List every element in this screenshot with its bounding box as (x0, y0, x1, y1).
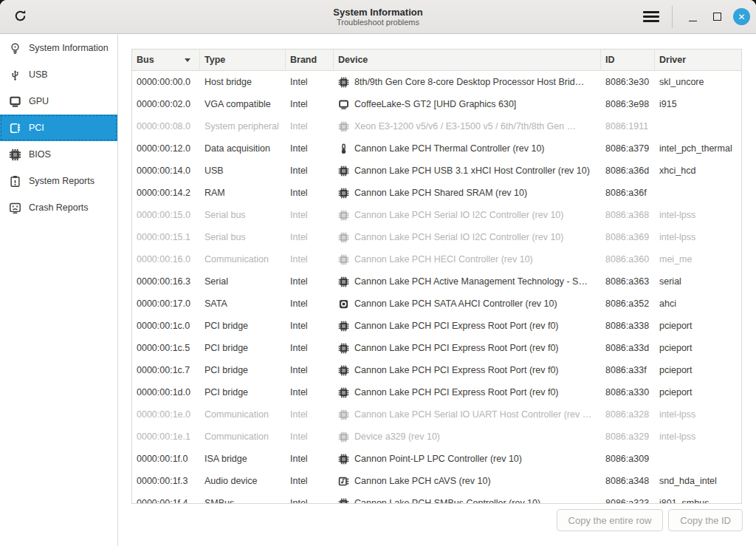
cell-driver: mei_me (655, 254, 741, 265)
table-row[interactable]: 0000:00:15.1Serial busIntelCannon Lake P… (132, 226, 741, 248)
cell-driver: ahci (655, 298, 741, 309)
cell-brand: Intel (286, 77, 334, 87)
cell-bus: 0000:00:1f.4 (132, 498, 200, 504)
column-header-bus[interactable]: Bus (132, 50, 200, 70)
table-row[interactable]: 0000:00:1e.0CommunicationIntelCannon Lak… (132, 403, 741, 426)
clipboard-alert-icon (9, 175, 21, 188)
cell-id: 8086:a323 (601, 498, 655, 504)
table-row[interactable]: 0000:00:1c.7PCI bridgeIntelCannon Lake P… (132, 359, 741, 381)
table-row[interactable]: 0000:00:02.0VGA compatibleIntelCoffeeLak… (132, 93, 741, 115)
app-window: System Information Troubleshoot problems… (0, 0, 756, 546)
close-icon: ✕ (738, 12, 745, 21)
cell-driver: intel-lpss (655, 431, 741, 442)
cell-brand: Intel (286, 143, 334, 154)
device-name: Cannon Lake PCH SATA AHCI Controller (re… (354, 298, 557, 309)
cell-brand: Intel (286, 387, 334, 397)
chip-icon (338, 254, 349, 265)
sidebar-item-label: USB (29, 69, 48, 80)
cell-brand: Intel (286, 165, 334, 176)
table-row[interactable]: 0000:00:12.0Data acquisitionIntelCannon … (132, 137, 741, 160)
cell-id: 8086:a329 (601, 431, 655, 442)
cell-id: 8086:a379 (601, 143, 655, 154)
table-row[interactable]: 0000:00:1c.0PCI bridgeIntelCannon Lake P… (132, 315, 741, 337)
table-row[interactable]: 0000:00:1c.5PCI bridgeIntelCannon Lake P… (132, 337, 741, 359)
table-row[interactable]: 0000:00:14.2RAMIntelCannon Lake PCH Shar… (132, 182, 741, 204)
cell-device: Cannon Lake PCH SMBus Controller (rev 10… (334, 498, 601, 505)
cell-bus: 0000:00:12.0 (132, 143, 200, 154)
sidebar: System InformationUSBGPUPCIBIOSSystem Re… (0, 34, 118, 546)
table-row[interactable]: 0000:00:15.0Serial busIntelCannon Lake P… (132, 204, 741, 226)
column-header-type[interactable]: Type (200, 50, 286, 70)
column-header-brand[interactable]: Brand (286, 50, 334, 70)
cell-device: Cannon Lake PCH PCI Express Root Port (r… (334, 343, 601, 354)
sidebar-item-pci[interactable]: PCI (0, 115, 117, 141)
cell-brand: Intel (286, 431, 334, 442)
cell-id: 8086:1911 (601, 121, 655, 132)
close-button[interactable]: ✕ (733, 8, 750, 25)
device-name: Cannon Lake PCH SMBus Controller (rev 10… (354, 498, 540, 504)
cell-type: VGA compatible (200, 99, 286, 109)
column-header-label: Brand (290, 55, 317, 65)
cell-type: RAM (200, 188, 286, 198)
column-header-label: Driver (659, 55, 686, 65)
cell-brand: Intel (286, 454, 334, 464)
maximize-icon (713, 13, 721, 21)
device-name: Cannon Lake PCH Serial IO I2C Controller… (354, 210, 563, 220)
device-name: Device a329 (rev 10) (354, 431, 440, 442)
audio-card-icon (338, 476, 349, 487)
cell-type: ISA bridge (200, 454, 286, 464)
sidebar-item-system-information[interactable]: System Information (0, 35, 117, 61)
table-row[interactable]: 0000:00:16.3SerialIntelCannon Lake PCH A… (132, 270, 741, 293)
device-name: Cannon Lake PCH Shared SRAM (rev 10) (354, 188, 527, 198)
cell-device: Cannon Point-LP LPC Controller (rev 10) (334, 454, 601, 465)
sidebar-item-bios[interactable]: BIOS (0, 141, 117, 168)
cell-device: Cannon Lake PCH Serial IO I2C Controller… (334, 232, 601, 243)
column-header-driver[interactable]: Driver (655, 50, 741, 70)
cell-bus: 0000:00:15.0 (132, 210, 200, 220)
cell-id: 8086:a36f (601, 188, 655, 198)
column-header-id[interactable]: ID (601, 50, 655, 70)
cell-type: PCI bridge (200, 343, 286, 353)
cell-brand: Intel (286, 298, 334, 309)
cell-device: Device a329 (rev 10) (334, 431, 601, 443)
sidebar-item-label: GPU (29, 96, 49, 106)
device-name: Cannon Lake PCH PCI Express Root Port (r… (354, 387, 559, 397)
sidebar-item-gpu[interactable]: GPU (0, 88, 117, 115)
sidebar-item-usb[interactable]: USB (0, 61, 117, 88)
cell-id: 8086:a363 (601, 276, 655, 287)
cell-bus: 0000:00:16.3 (132, 276, 200, 287)
cell-bus: 0000:00:14.2 (132, 188, 200, 198)
titlebar-separator (672, 6, 673, 28)
pci-device-table: BusTypeBrandDeviceIDDriver 0000:00:00.0H… (131, 49, 742, 504)
refresh-button[interactable] (10, 7, 30, 27)
table-row[interactable]: 0000:00:08.0System peripheralIntelXeon E… (132, 115, 741, 137)
sidebar-item-crash-reports[interactable]: Crash Reports (0, 194, 117, 221)
cell-bus: 0000:00:1d.0 (132, 387, 200, 397)
cell-device: Cannon Lake PCH PCI Express Root Port (r… (334, 365, 601, 376)
table-row[interactable]: 0000:00:1d.0PCI bridgeIntelCannon Lake P… (132, 381, 741, 403)
titlebar-controls: ✕ (643, 6, 750, 28)
cell-id: 8086:3e30 (601, 77, 655, 87)
table-row[interactable]: 0000:00:17.0SATAIntelCannon Lake PCH SAT… (132, 293, 741, 315)
cell-bus: 0000:00:16.0 (132, 254, 200, 265)
cell-type: Data acquisition (200, 143, 286, 154)
table-row[interactable]: 0000:00:1f.0ISA bridgeIntelCannon Point-… (132, 448, 741, 470)
maximize-button[interactable] (708, 8, 726, 26)
cell-driver: i915 (655, 99, 741, 109)
table-row[interactable]: 0000:00:1f.4SMBusIntelCannon Lake PCH SM… (132, 492, 741, 504)
table-row[interactable]: 0000:00:16.0CommunicationIntelCannon Lak… (132, 248, 741, 270)
copy-row-button[interactable]: Copy the entire row (557, 509, 664, 531)
minimize-button[interactable] (684, 8, 701, 26)
table-row[interactable]: 0000:00:00.0Host bridgeIntel8th/9th Gen … (132, 71, 741, 93)
column-header-device[interactable]: Device (334, 50, 601, 70)
table-row[interactable]: 0000:00:14.0USBIntelCannon Lake PCH USB … (132, 160, 741, 182)
cell-driver: intel-lpss (655, 232, 741, 242)
copy-id-button[interactable]: Copy the ID (668, 509, 743, 531)
cell-id: 8086:a369 (601, 232, 655, 242)
table-row[interactable]: 0000:00:1f.3Audio deviceIntelCannon Lake… (132, 470, 741, 492)
table-row[interactable]: 0000:00:1e.1CommunicationIntelDevice a32… (132, 426, 741, 448)
sidebar-item-system-reports[interactable]: System Reports (0, 168, 117, 194)
chip-icon (338, 165, 349, 177)
cell-bus: 0000:00:17.0 (132, 298, 200, 309)
menu-button[interactable] (643, 9, 659, 24)
